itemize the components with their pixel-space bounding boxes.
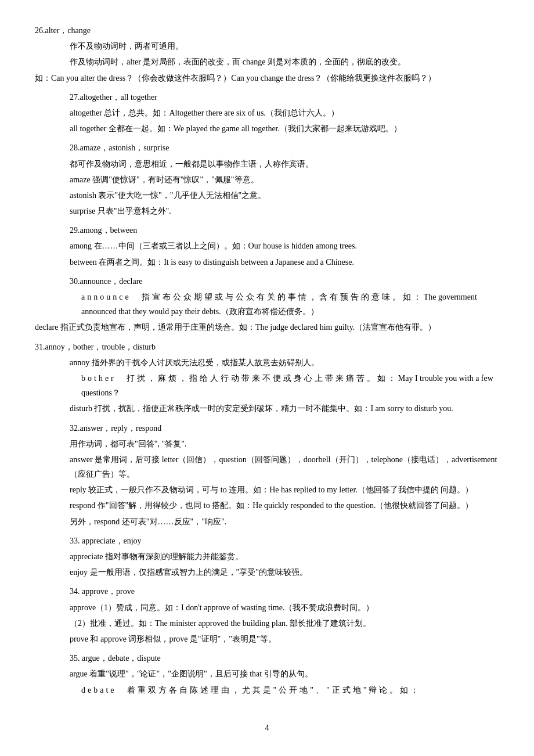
entry-31-title: 31.annoy，bother，trouble，disturb — [35, 340, 499, 354]
entry-31-line2: bother 打扰，麻烦，指给人行动带来不便或身心上带来痛苦。如：May I t… — [81, 371, 499, 400]
entry-31: 31.annoy，bother，trouble，disturb annoy 指外… — [35, 340, 499, 416]
entry-32-line3: reply 较正式，一般只作不及物动词，可与 to 连用。如：He has re… — [70, 483, 499, 497]
page-number: 4 — [35, 721, 499, 735]
entry-29-line1: among 在……中间（三者或三者以上之间）。如：Our house is hi… — [70, 239, 499, 253]
entry-35-line1: argue 着重"说理"，"论证"，"企图说明"，且后可接 that 引导的从句… — [70, 667, 499, 681]
entry-34-line3: prove 和 approve 词形相似，prove 是"证明"，"表明是"等。 — [70, 632, 499, 646]
entry-26-line3: 如：Can you alter the dress？（你会改做这件衣服吗？）Ca… — [35, 71, 499, 85]
entry-32-line4: respond 作"回答"解，用得较少，也同 to 搭配。如：He quickl… — [70, 498, 499, 513]
entry-34-title: 34. approve，prove — [70, 584, 499, 599]
entry-33: 33. appreciate，enjoy appreciate 指对事物有深刻的… — [35, 534, 499, 580]
entry-30: 30.announce，declare announce 指宣布公众期望或与公众… — [35, 274, 499, 335]
entry-26-title: 26.alter，change — [35, 23, 499, 38]
entry-27: 27.altogether，all together altogether 总计… — [35, 90, 499, 136]
entry-28: 28.amaze，astonish，surprise 都可作及物动词，意思相近，… — [35, 141, 499, 218]
entry-32-line5: 另外，respond 还可表"对……反应"，"响应". — [70, 514, 499, 529]
entry-27-line2: all together 全都在一起。如：We played the game … — [70, 121, 499, 136]
entry-34: 34. approve，prove approve（1）赞成，同意。如：I do… — [35, 584, 499, 646]
entry-35: 35. argue，debate，dispute argue 着重"说理"，"论… — [35, 651, 499, 697]
entry-32: 32.answer，reply，respond 用作动词，都可表"回答", "答… — [35, 421, 499, 529]
entry-32-line2: answer 是常用词，后可接 letter（回信），question（回答问题… — [70, 452, 499, 481]
entry-31-line3: disturb 打扰，扰乱，指使正常秩序或一时的安定受到破坏，精力一时不能集中。… — [70, 401, 499, 416]
entry-28-title: 28.amaze，astonish，surprise — [70, 141, 499, 155]
entry-34-line2: （2）批准，通过。如：The minister approved the bui… — [70, 616, 499, 631]
entry-34-line1: approve（1）赞成，同意。如：I don't approve of was… — [70, 600, 499, 615]
entry-27-title: 27.altogether，all together — [70, 90, 499, 105]
entry-32-title: 32.answer，reply，respond — [70, 421, 499, 435]
entry-32-line1: 用作动词，都可表"回答", "答复". — [70, 437, 499, 451]
entry-30-line2: declare 指正式负责地宣布，声明，通常用于庄重的场合。如：The judg… — [35, 320, 499, 334]
entry-31-line1: annoy 指外界的干扰令人讨厌或无法忍受，或指某人故意去妨碍别人。 — [70, 355, 499, 370]
entry-29-line2: between 在两者之间。如：It is easy to distinguis… — [70, 255, 499, 269]
entry-28-line1: 都可作及物动词，意思相近，一般都是以事物作主语，人称作宾语。 — [70, 157, 499, 171]
entry-33-line1: appreciate 指对事物有深刻的理解能力并能鉴赏。 — [70, 549, 499, 564]
entry-27-line1: altogether 总计，总共。如：Altogether there are … — [70, 106, 499, 120]
entry-26-line1: 作不及物动词时，两者可通用。 — [70, 39, 499, 53]
entry-30-title: 30.announce，declare — [70, 274, 499, 289]
page-content: 26.alter，change 作不及物动词时，两者可通用。 作及物动词时，al… — [35, 23, 499, 735]
entry-30-line1: announce 指宣布公众期望或与公众有关的事情，含有预告的意味。如：The … — [81, 290, 499, 319]
entry-33-line2: enjoy 是一般用语，仅指感官或智力上的满足，"享受"的意味较强。 — [70, 565, 499, 579]
entry-28-line4: surprise 只表"出乎意料之外". — [70, 204, 499, 218]
entry-28-line2: amaze 强调"使惊讶"，有时还有"惊叹"，"佩服"等意。 — [70, 172, 499, 187]
entry-26: 26.alter，change 作不及物动词时，两者可通用。 作及物动词时，al… — [35, 23, 499, 85]
entry-29: 29.among，between among 在……中间（三者或三者以上之间）。… — [35, 223, 499, 269]
entry-28-line3: astonish 表示"使大吃一惊"，"几乎使人无法相信"之意。 — [70, 188, 499, 203]
entry-35-line2: debate 着重双方各自陈述理由，尤其是"公开地"、"正式地"辩论。如： — [81, 683, 499, 697]
entry-26-line2: 作及物动词时，alter 是对局部，表面的改变，而 change 则是对本质的，… — [70, 55, 499, 69]
entry-33-title: 33. appreciate，enjoy — [70, 534, 499, 548]
entry-29-title: 29.among，between — [70, 223, 499, 237]
entry-35-title: 35. argue，debate，dispute — [70, 651, 499, 665]
